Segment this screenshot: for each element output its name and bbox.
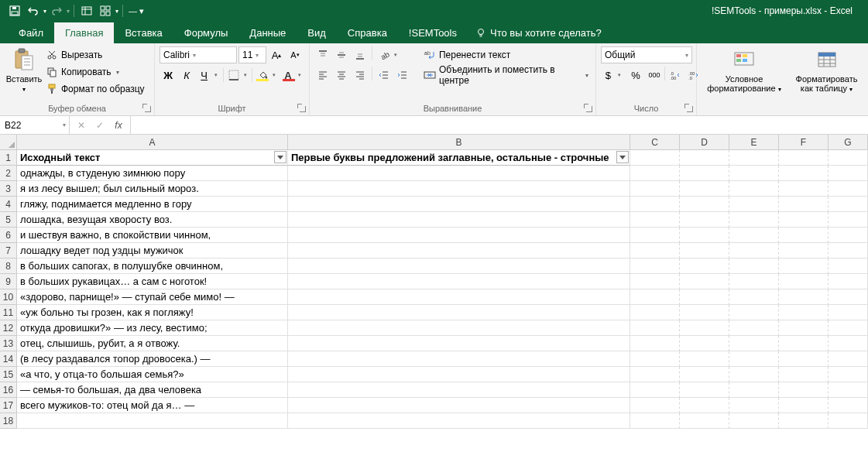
- cell-D12[interactable]: [680, 320, 729, 336]
- clipboard-launcher-icon[interactable]: [142, 104, 152, 113]
- italic-button[interactable]: К: [178, 67, 195, 84]
- increase-indent-button[interactable]: [394, 67, 411, 84]
- cell-E8[interactable]: [729, 259, 779, 274]
- row-header-9[interactable]: 9: [0, 274, 17, 289]
- qat-dropdown-icon[interactable]: ▾: [115, 8, 118, 15]
- format-as-table-button[interactable]: Форматировать как таблицу ▾: [790, 46, 863, 95]
- align-left-button[interactable]: [314, 67, 331, 84]
- row-header-15[interactable]: 15: [0, 367, 17, 382]
- cell-B13[interactable]: [288, 336, 630, 351]
- cell-C12[interactable]: [630, 320, 680, 336]
- cell-A12[interactable]: откуда дровишки?» — из лесу, вестимо;: [17, 320, 288, 336]
- cell-F13[interactable]: [779, 336, 829, 351]
- tab-help[interactable]: Справка: [337, 22, 398, 43]
- cell-C10[interactable]: [630, 289, 680, 305]
- cut-button[interactable]: Вырезать: [43, 46, 147, 63]
- cell-D11[interactable]: [680, 305, 729, 320]
- cell-F8[interactable]: [779, 259, 829, 274]
- cell-E16[interactable]: [729, 382, 779, 398]
- cell-E15[interactable]: [729, 367, 779, 382]
- cell-C17[interactable]: [630, 398, 680, 413]
- font-size-combo[interactable]: 11▾: [238, 46, 266, 63]
- cell-F6[interactable]: [779, 228, 829, 243]
- cell-C15[interactable]: [630, 367, 680, 382]
- cell-G6[interactable]: [829, 228, 868, 243]
- wrap-text-button[interactable]: ab Перенести текст: [421, 46, 591, 63]
- tab-home[interactable]: Главная: [54, 22, 114, 43]
- cell-D13[interactable]: [680, 336, 729, 351]
- number-launcher-icon[interactable]: [684, 104, 694, 113]
- copy-button[interactable]: Копировать ▾: [43, 63, 147, 80]
- cell-B15[interactable]: [288, 367, 630, 382]
- cell-F15[interactable]: [779, 367, 829, 382]
- cell-B10[interactable]: [288, 289, 630, 305]
- alignment-launcher-icon[interactable]: [584, 104, 593, 113]
- cell-A10[interactable]: «здорово, парнище!» — ступай себе мимо! …: [17, 289, 288, 305]
- cell-C9[interactable]: [630, 274, 680, 289]
- cell-A6[interactable]: и шествуя важно, в спокойствии чинном,: [17, 228, 288, 243]
- cell-F1[interactable]: [779, 150, 829, 166]
- row-header-5[interactable]: 5: [0, 212, 17, 228]
- cell-B14[interactable]: [288, 351, 630, 367]
- font-launcher-icon[interactable]: [297, 104, 307, 113]
- tab-view[interactable]: Вид: [297, 22, 337, 43]
- row-header-1[interactable]: 1: [0, 150, 17, 166]
- paste-button[interactable]: Вставить▾: [5, 46, 43, 95]
- cell-D9[interactable]: [680, 274, 729, 289]
- cell-A2[interactable]: однажды, в студеную зимнюю пору: [17, 166, 288, 181]
- align-right-button[interactable]: [352, 67, 369, 84]
- cell-B5[interactable]: [288, 212, 630, 228]
- cell-G1[interactable]: [829, 150, 868, 166]
- cell-A7[interactable]: лошадку ведет под уздцы мужичок: [17, 243, 288, 259]
- cell-A16[interactable]: — семья-то большая, да два человека: [17, 382, 288, 398]
- tab-data[interactable]: Данные: [238, 22, 297, 43]
- row-header-18[interactable]: 18: [0, 413, 17, 429]
- cell-B9[interactable]: [288, 274, 630, 289]
- fx-button[interactable]: fx: [110, 118, 127, 133]
- align-bottom-button[interactable]: [352, 46, 369, 63]
- number-format-combo[interactable]: Общий▾: [601, 46, 692, 63]
- cell-B4[interactable]: [288, 197, 630, 212]
- cell-C11[interactable]: [630, 305, 680, 320]
- cell-G15[interactable]: [829, 367, 868, 382]
- cell-E11[interactable]: [729, 305, 779, 320]
- cell-D4[interactable]: [680, 197, 729, 212]
- cell-B7[interactable]: [288, 243, 630, 259]
- cell-D10[interactable]: [680, 289, 729, 305]
- filter-button-B[interactable]: [616, 151, 629, 163]
- cell-F14[interactable]: [779, 351, 829, 367]
- cell-C2[interactable]: [630, 166, 680, 181]
- cell-E3[interactable]: [729, 181, 779, 197]
- cell-E6[interactable]: [729, 228, 779, 243]
- underline-button[interactable]: Ч▾: [197, 67, 221, 84]
- row-header-14[interactable]: 14: [0, 351, 17, 367]
- cell-D18[interactable]: [680, 413, 729, 429]
- cell-A3[interactable]: я из лесу вышел; был сильный мороз.: [17, 181, 288, 197]
- cell-G12[interactable]: [829, 320, 868, 336]
- tell-me-search[interactable]: Что вы хотите сделать?: [468, 22, 609, 43]
- select-all-corner[interactable]: [0, 135, 17, 150]
- cell-E12[interactable]: [729, 320, 779, 336]
- col-header-C[interactable]: C: [630, 135, 680, 150]
- cell-F12[interactable]: [779, 320, 829, 336]
- tab-semtools[interactable]: !SEMTools: [398, 22, 468, 43]
- accounting-format-button[interactable]: $▾: [601, 67, 626, 84]
- decrease-indent-button[interactable]: [376, 67, 393, 84]
- align-center-button[interactable]: [333, 67, 350, 84]
- fill-color-button[interactable]: ▾: [254, 67, 279, 84]
- cell-F11[interactable]: [779, 305, 829, 320]
- cell-E9[interactable]: [729, 274, 779, 289]
- row-header-10[interactable]: 10: [0, 289, 17, 305]
- row-header-8[interactable]: 8: [0, 259, 17, 274]
- cell-A17[interactable]: всего мужиков-то: отец мой да я… —: [17, 398, 288, 413]
- cell-C18[interactable]: [630, 413, 680, 429]
- tab-formulas[interactable]: Формулы: [173, 22, 239, 43]
- cell-G17[interactable]: [829, 398, 868, 413]
- filter-button-A[interactable]: [274, 151, 286, 163]
- cell-F5[interactable]: [779, 212, 829, 228]
- cell-C6[interactable]: [630, 228, 680, 243]
- cancel-icon[interactable]: ✕: [73, 118, 90, 133]
- cell-E14[interactable]: [729, 351, 779, 367]
- merge-center-button[interactable]: Объединить и поместить в центре ▾: [421, 67, 591, 84]
- increase-font-button[interactable]: A▴: [268, 46, 285, 63]
